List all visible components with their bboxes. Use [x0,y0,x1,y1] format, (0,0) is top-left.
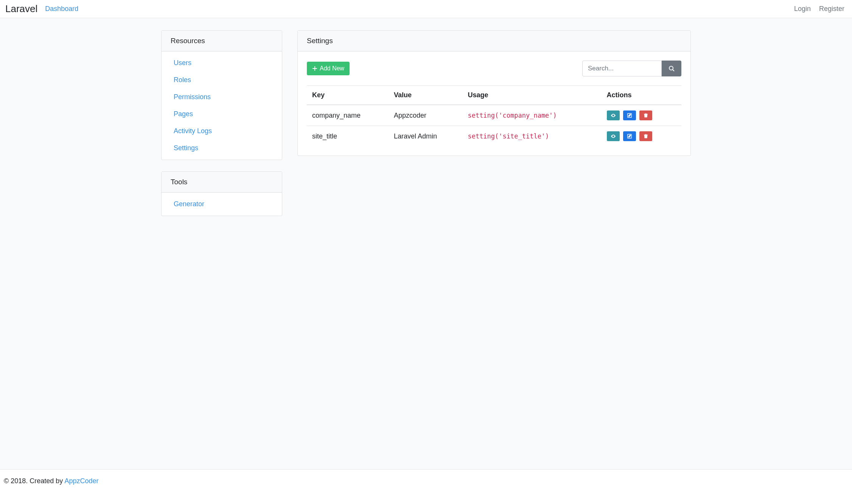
col-key: Key [307,86,389,105]
sidebar-link[interactable]: Generator [174,200,204,208]
sidebar-tools-card: Tools Generator [161,171,282,216]
footer-link[interactable]: AppzCoder [64,477,98,485]
edit-button[interactable] [623,131,636,141]
navbar-right: Login Register [794,5,847,13]
edit-button[interactable] [623,110,636,120]
sidebar-resources-header: Resources [162,31,282,51]
view-button[interactable] [607,131,620,141]
svg-rect-6 [645,115,645,117]
cell-actions [602,105,682,126]
toolbar: Add New [307,61,681,76]
svg-point-8 [613,136,614,137]
svg-rect-11 [646,135,646,137]
table-body: company_name Appzcoder setting('company_… [307,105,681,146]
eye-icon [611,134,616,139]
view-button[interactable] [607,110,620,120]
nav-login-link[interactable]: Login [794,5,811,13]
settings-card-body: Add New [298,51,690,156]
add-new-button[interactable]: Add New [307,62,350,75]
plus-icon [312,66,317,71]
usage-code: setting('site_title') [468,132,549,140]
svg-point-2 [669,66,673,70]
sidebar-link[interactable]: Settings [174,144,198,152]
eye-icon [611,113,616,118]
page-body: Resources Users Roles Permissions Pages … [0,18,852,469]
navbar-left: Laravel Dashboard [5,3,78,15]
sidebar-tools-list: Generator [162,193,282,216]
sidebar-item-pages[interactable]: Pages [162,106,282,123]
sidebar: Resources Users Roles Permissions Pages … [161,30,282,227]
edit-icon [627,134,632,139]
trash-icon [643,113,648,118]
sidebar-item-users[interactable]: Users [162,54,282,72]
main-content: Settings Add New [297,30,691,227]
sidebar-item-generator[interactable]: Generator [162,196,282,213]
delete-button[interactable] [639,110,652,120]
sidebar-item-settings[interactable]: Settings [162,140,282,157]
col-usage: Usage [463,86,602,105]
table-header-row: Key Value Usage Actions [307,86,681,105]
table-head: Key Value Usage Actions [307,86,681,105]
cell-usage: setting('site_title') [463,126,602,147]
sidebar-item-activity-logs[interactable]: Activity Logs [162,123,282,140]
cell-value: Laravel Admin [389,126,463,147]
cell-key: company_name [307,105,389,126]
edit-icon [627,113,632,118]
sidebar-link[interactable]: Activity Logs [174,127,212,135]
settings-card-header: Settings [298,31,690,51]
sidebar-link[interactable]: Pages [174,110,193,118]
cell-actions [602,126,682,147]
navbar: Laravel Dashboard Login Register [0,0,852,18]
delete-button[interactable] [639,131,652,141]
search-input[interactable] [582,61,662,76]
sidebar-item-roles[interactable]: Roles [162,72,282,89]
trash-icon [643,134,648,139]
svg-rect-7 [646,115,646,117]
settings-table: Key Value Usage Actions company_name App… [307,86,681,146]
usage-code: setting('company_name') [468,112,557,119]
search-button[interactable] [662,61,681,76]
col-value: Value [389,86,463,105]
sidebar-link[interactable]: Users [174,59,191,67]
footer-text: © 2018. Created by [4,477,64,485]
nav-dashboard-link[interactable]: Dashboard [45,5,78,13]
cell-usage: setting('company_name') [463,105,602,126]
sidebar-resources-list: Users Roles Permissions Pages Activity L… [162,51,282,160]
svg-rect-10 [645,135,645,137]
search-group [582,61,681,76]
sidebar-link[interactable]: Permissions [174,93,211,101]
sidebar-resources-card: Resources Users Roles Permissions Pages … [161,30,282,160]
add-new-label: Add New [320,65,344,72]
sidebar-tools-header: Tools [162,172,282,193]
table-row: company_name Appzcoder setting('company_… [307,105,681,126]
nav-register-link[interactable]: Register [819,5,844,13]
svg-rect-1 [313,68,317,69]
brand-link[interactable]: Laravel [5,3,37,15]
page-container: Resources Users Roles Permissions Pages … [161,30,691,227]
cell-key: site_title [307,126,389,147]
svg-point-4 [613,115,614,116]
cell-value: Appzcoder [389,105,463,126]
footer: © 2018. Created by AppzCoder [0,469,852,493]
col-actions: Actions [602,86,682,105]
search-icon [669,65,675,72]
table-row: site_title Laravel Admin setting('site_t… [307,126,681,147]
settings-card: Settings Add New [297,30,691,156]
sidebar-link[interactable]: Roles [174,76,191,84]
svg-line-3 [673,70,674,71]
sidebar-item-permissions[interactable]: Permissions [162,89,282,106]
